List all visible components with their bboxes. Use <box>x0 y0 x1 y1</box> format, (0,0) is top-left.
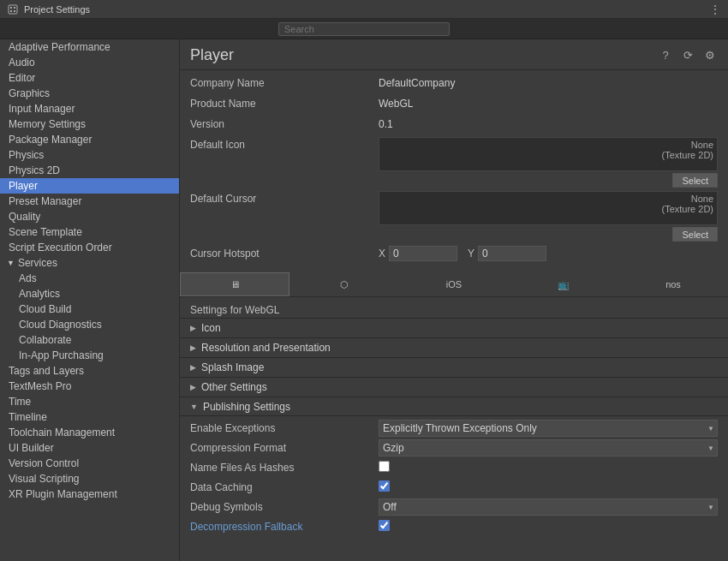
splash-section: ▶ Splash Image <box>180 358 728 378</box>
sidebar-item-editor[interactable]: Editor <box>0 70 179 86</box>
sidebar-item-label-ui-builder: UI Builder <box>9 442 54 454</box>
sidebar-item-cloud-build[interactable]: Cloud Build <box>0 301 179 317</box>
sidebar-item-xr-plugin-management[interactable]: XR Plugin Management <box>0 486 179 502</box>
sidebar-item-physics[interactable]: Physics <box>0 147 179 163</box>
data-caching-value <box>379 480 718 494</box>
compression-format-label: Compression Format <box>190 442 379 454</box>
default-icon-select-button[interactable]: Select <box>672 173 718 188</box>
sidebar-item-time[interactable]: Time <box>0 394 179 409</box>
decompression-fallback-label[interactable]: Decompression Fallback <box>190 521 379 533</box>
sidebar-item-in-app-purchasing[interactable]: In-App Purchasing <box>0 348 179 363</box>
splash-section-header[interactable]: ▶ Splash Image <box>180 358 728 377</box>
tab-webgl[interactable]: ⬡ <box>289 272 399 296</box>
sidebar-item-ui-builder[interactable]: UI Builder <box>0 440 179 456</box>
data-caching-checkbox[interactable] <box>379 480 390 492</box>
cursor-hotspot-x-label: X <box>379 248 385 260</box>
search-input[interactable] <box>278 22 450 36</box>
tab-standalone[interactable]: 🖥 <box>180 272 289 296</box>
cursor-hotspot-y-input[interactable] <box>478 246 546 261</box>
enable-exceptions-value: Explicitly Thrown Exceptions Only None F… <box>379 420 718 437</box>
product-name-value: WebGL <box>379 96 718 110</box>
help-icon[interactable]: ? <box>658 48 673 63</box>
sidebar-item-toolchain-management[interactable]: Toolchain Management <box>0 425 179 440</box>
sidebar-item-label-player: Player <box>9 180 38 192</box>
resolution-section-header[interactable]: ▶ Resolution and Presentation <box>180 338 728 357</box>
sidebar-item-audio[interactable]: Audio <box>0 55 179 70</box>
publishing-title: Publishing Settings <box>203 401 290 413</box>
sidebar-item-timeline[interactable]: Timeline <box>0 409 179 425</box>
sidebar-item-label-xr-plugin-management: XR Plugin Management <box>9 488 117 500</box>
company-name-label: Company Name <box>190 75 379 89</box>
sidebar-item-collaborate[interactable]: Collaborate <box>0 332 179 348</box>
sidebar-item-label-memory-settings: Memory Settings <box>9 118 86 130</box>
sidebar-item-textmesh-pro[interactable]: TextMesh Pro <box>0 379 179 394</box>
sidebar-item-tags-and-layers[interactable]: Tags and Layers <box>0 363 179 379</box>
debug-symbols-value: Off External Embedded ▼ <box>379 498 718 516</box>
sidebar-item-label-collaborate: Collaborate <box>19 334 71 346</box>
default-cursor-row: Default Cursor None(Texture 2D) Select <box>190 191 718 242</box>
sidebar-item-adaptive-performance[interactable]: Adaptive Performance <box>0 39 179 55</box>
sidebar-item-physics-2d[interactable]: Physics 2D <box>0 163 179 178</box>
content-header: Player ? ⟳ ⚙ <box>180 39 728 70</box>
publishing-header[interactable]: ▼ Publishing Settings <box>180 397 728 416</box>
default-cursor-select-button[interactable]: Select <box>672 227 718 242</box>
enable-exceptions-label: Enable Exceptions <box>190 422 379 434</box>
enable-exceptions-row: Enable Exceptions Explicitly Thrown Exce… <box>190 420 718 437</box>
decompression-fallback-checkbox[interactable] <box>379 520 390 531</box>
tab-ios[interactable]: iOS <box>399 272 509 296</box>
nos-label: nos <box>665 279 681 289</box>
gear-icon[interactable]: ⚙ <box>702 48 718 63</box>
debug-symbols-label: Debug Symbols <box>190 501 379 513</box>
other-settings-section-arrow: ▶ <box>190 383 196 391</box>
product-name-row: Product Name WebGL <box>190 96 718 113</box>
sidebar-item-visual-scripting[interactable]: Visual Scripting <box>0 471 179 486</box>
resolution-section: ▶ Resolution and Presentation <box>180 338 728 358</box>
sidebar-item-quality[interactable]: Quality <box>0 209 179 224</box>
sidebar-item-player[interactable]: Player <box>0 178 179 194</box>
splash-section-arrow: ▶ <box>190 363 196 372</box>
other-settings-section-header[interactable]: ▶ Other Settings <box>180 378 728 397</box>
version-label: Version <box>190 116 379 130</box>
enable-exceptions-select[interactable]: Explicitly Thrown Exceptions Only None F… <box>379 420 718 437</box>
default-cursor-select-row: Select <box>379 227 718 242</box>
sidebar-item-label-in-app-purchasing: In-App Purchasing <box>19 349 104 361</box>
sidebar-item-package-manager[interactable]: Package Manager <box>0 132 179 147</box>
company-name-row: Company Name DefaultCompany <box>190 75 718 93</box>
sidebar-item-script-execution-order[interactable]: Script Execution Order <box>0 240 179 255</box>
standalone-icon: 🖥 <box>230 279 240 289</box>
default-cursor-preview: None(Texture 2D) Select <box>379 191 718 242</box>
sidebar-section-services[interactable]: ▼ Services <box>0 255 179 271</box>
sidebar-item-label-tags-and-layers: Tags and Layers <box>9 365 84 377</box>
sidebar-item-memory-settings[interactable]: Memory Settings <box>0 116 179 132</box>
tvos-icon: 📺 <box>558 279 570 290</box>
webgl-icon: ⬡ <box>340 279 349 290</box>
sidebar-item-ads[interactable]: Ads <box>0 271 179 286</box>
name-files-value <box>379 461 718 474</box>
sidebar-item-cloud-diagnostics[interactable]: Cloud Diagnostics <box>0 317 179 332</box>
name-files-checkbox[interactable] <box>379 461 390 472</box>
sidebar-item-input-manager[interactable]: Input Manager <box>0 101 179 116</box>
sidebar-item-label-textmesh-pro: TextMesh Pro <box>9 380 71 392</box>
tab-tvos[interactable]: 📺 <box>509 272 618 296</box>
sidebar-item-version-control[interactable]: Version Control <box>0 456 179 471</box>
sidebar-item-preset-manager[interactable]: Preset Manager <box>0 194 179 209</box>
cursor-hotspot-row: Cursor Hotspot X Y <box>190 245 718 262</box>
icon-section-header[interactable]: ▶ Icon <box>180 319 728 337</box>
title-bar-menu-icon[interactable]: ⋮ <box>709 3 721 16</box>
refresh-icon[interactable]: ⟳ <box>680 48 695 63</box>
debug-symbols-select[interactable]: Off External Embedded <box>379 498 718 516</box>
sidebar-item-label-audio: Audio <box>9 57 35 69</box>
publishing-section: ▼ Publishing Settings Enable Exceptions … <box>180 397 728 545</box>
ios-label: iOS <box>446 279 462 289</box>
sidebar-section-arrow-services: ▼ <box>7 259 15 267</box>
default-icon-select-row: Select <box>379 173 718 188</box>
sidebar-item-scene-template[interactable]: Scene Template <box>0 224 179 240</box>
cursor-hotspot-x-input[interactable] <box>389 246 457 261</box>
tab-nos[interactable]: nos <box>618 272 728 296</box>
compression-format-select[interactable]: Gzip Brotli Disabled <box>379 439 718 457</box>
sidebar-item-analytics[interactable]: Analytics <box>0 286 179 301</box>
sidebar-item-graphics[interactable]: Graphics <box>0 86 179 101</box>
sidebar-item-label-script-execution-order: Script Execution Order <box>9 242 112 254</box>
compression-format-row: Compression Format Gzip Brotli Disabled … <box>190 439 718 457</box>
sidebar-item-label-editor: Editor <box>9 72 35 84</box>
